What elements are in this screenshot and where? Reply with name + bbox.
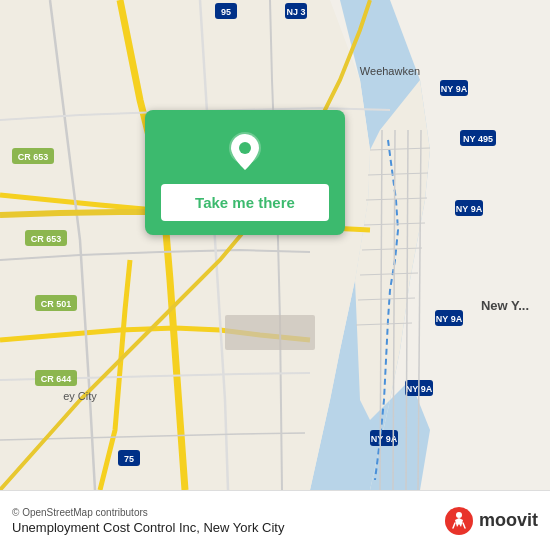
svg-text:75: 75 bbox=[124, 454, 134, 464]
map-container: CR 653 CR 653 CR 501 CR 644 95 NJ 3 NY 9… bbox=[0, 0, 550, 490]
svg-text:Weehawken: Weehawken bbox=[360, 65, 420, 77]
bottom-bar: © OpenStreetMap contributors Unemploymen… bbox=[0, 490, 550, 550]
moovit-logo: moovit bbox=[445, 507, 538, 535]
svg-text:New Y...: New Y... bbox=[481, 298, 529, 313]
svg-text:CR 653: CR 653 bbox=[31, 234, 62, 244]
svg-text:NY 9A: NY 9A bbox=[441, 84, 468, 94]
svg-text:NY 9A: NY 9A bbox=[436, 314, 463, 324]
svg-text:CR 501: CR 501 bbox=[41, 299, 72, 309]
osm-credit: © OpenStreetMap contributors bbox=[12, 507, 284, 518]
svg-point-50 bbox=[239, 142, 251, 154]
svg-text:NY 9A: NY 9A bbox=[456, 204, 483, 214]
moovit-text: moovit bbox=[479, 510, 538, 531]
svg-text:CR 644: CR 644 bbox=[41, 374, 72, 384]
map-svg: CR 653 CR 653 CR 501 CR 644 95 NJ 3 NY 9… bbox=[0, 0, 550, 490]
moovit-brand-icon bbox=[445, 507, 473, 535]
take-me-there-button[interactable]: Take me there bbox=[161, 184, 329, 221]
location-card: Take me there bbox=[145, 110, 345, 235]
svg-rect-48 bbox=[225, 315, 315, 350]
svg-text:CR 653: CR 653 bbox=[18, 152, 49, 162]
svg-text:95: 95 bbox=[221, 7, 231, 17]
svg-text:NJ 3: NJ 3 bbox=[286, 7, 305, 17]
bottom-info: © OpenStreetMap contributors Unemploymen… bbox=[12, 507, 284, 535]
svg-text:ey City: ey City bbox=[63, 390, 97, 402]
svg-point-52 bbox=[456, 512, 462, 518]
location-name: Unemployment Cost Control Inc, New York … bbox=[12, 520, 284, 535]
location-pin-icon bbox=[223, 130, 267, 174]
svg-text:NY 495: NY 495 bbox=[463, 134, 493, 144]
